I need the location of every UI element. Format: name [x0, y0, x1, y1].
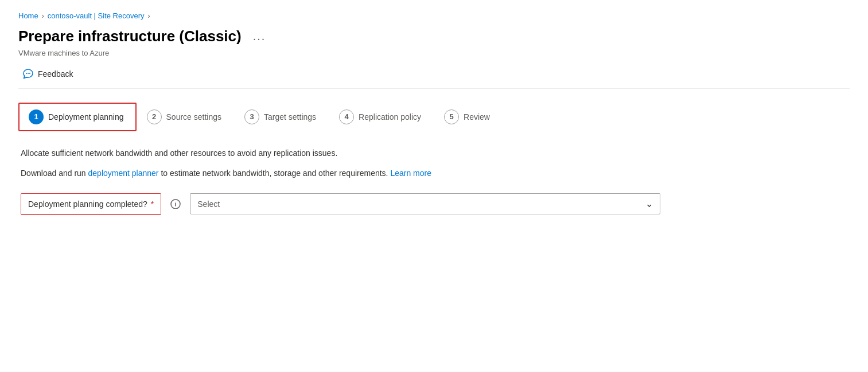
- breadcrumb: Home › contoso-vault | Site Recovery ›: [18, 11, 850, 20]
- wizard-step-3-num: 3: [244, 109, 259, 124]
- form-row: Deployment planning completed? * i Selec…: [21, 193, 847, 215]
- info-icon[interactable]: i: [170, 199, 181, 209]
- wizard-step-3[interactable]: 3 Target settings: [234, 103, 329, 131]
- page-title: Prepare infrastructure (Classic): [18, 27, 242, 46]
- deployment-planning-select[interactable]: Select ⌄: [190, 193, 660, 214]
- description-2: Download and run deployment planner to e…: [21, 167, 847, 179]
- chevron-down-icon: ⌄: [645, 198, 653, 209]
- wizard-step-5[interactable]: 5 Review: [434, 103, 503, 131]
- wizard-step-1-label: Deployment planning: [48, 112, 124, 122]
- wizard-step-5-num: 5: [444, 109, 459, 124]
- feedback-button[interactable]: Feedback: [18, 66, 77, 81]
- wizard-step-4-num: 4: [339, 109, 354, 124]
- wizard-step-2-num: 2: [147, 109, 162, 124]
- wizard-step-5-label: Review: [464, 112, 490, 122]
- deployment-planner-link[interactable]: deployment planner: [88, 169, 159, 178]
- required-star: *: [151, 199, 154, 209]
- wizard-step-2-label: Source settings: [166, 112, 222, 122]
- page-subtitle: VMware machines to Azure: [18, 49, 850, 57]
- breadcrumb-sep-1: ›: [42, 12, 44, 20]
- description-2-middle: to estimate network bandwidth, storage a…: [159, 169, 391, 178]
- svg-point-0: [26, 73, 27, 74]
- feedback-icon: [23, 69, 33, 79]
- svg-point-2: [29, 73, 30, 74]
- wizard-step-4[interactable]: 4 Replication policy: [329, 103, 434, 131]
- wizard-steps: 1 Deployment planning 2 Source settings …: [18, 103, 850, 131]
- page-title-area: Prepare infrastructure (Classic) ...: [18, 27, 850, 46]
- page-container: Home › contoso-vault | Site Recovery › P…: [0, 0, 868, 226]
- breadcrumb-vault[interactable]: contoso-vault | Site Recovery: [48, 11, 145, 20]
- wizard-step-1-num: 1: [29, 109, 44, 124]
- form-label: Deployment planning completed?: [28, 199, 147, 209]
- form-label-box: Deployment planning completed? *: [21, 193, 161, 215]
- feedback-label: Feedback: [38, 69, 73, 79]
- more-options-button[interactable]: ...: [248, 28, 271, 45]
- description-2-prefix: Download and run: [21, 169, 88, 178]
- wizard-step-2[interactable]: 2 Source settings: [137, 103, 235, 131]
- svg-point-1: [28, 73, 29, 74]
- description-1: Allocate sufficient network bandwidth an…: [21, 147, 847, 159]
- breadcrumb-home[interactable]: Home: [18, 11, 38, 20]
- breadcrumb-sep-2: ›: [148, 12, 150, 20]
- wizard-step-3-label: Target settings: [264, 112, 316, 122]
- content-area: Allocate sufficient network bandwidth an…: [18, 147, 850, 215]
- wizard-step-1[interactable]: 1 Deployment planning: [18, 103, 137, 131]
- learn-more-link[interactable]: Learn more: [390, 169, 431, 178]
- select-placeholder: Select: [197, 199, 220, 209]
- feedback-bar: Feedback: [18, 66, 850, 89]
- svg-text:i: i: [175, 201, 177, 207]
- wizard-step-4-label: Replication policy: [359, 112, 421, 122]
